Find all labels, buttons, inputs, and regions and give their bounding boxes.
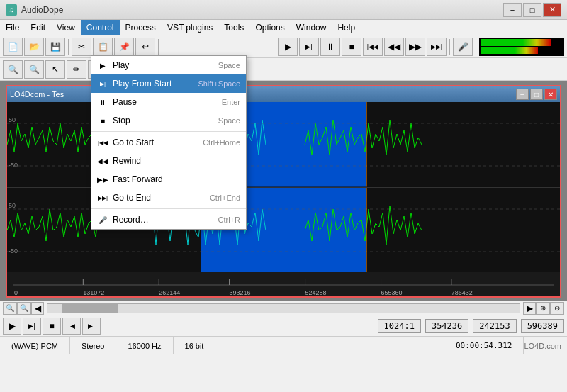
tb-stop[interactable]: ■ [342,38,361,56]
transport-play[interactable]: ▶ [3,318,21,335]
level-meter [479,38,564,56]
menu-process[interactable]: Process [120,20,162,35]
transport-play-start[interactable]: ▶| [23,318,41,335]
menu-edit[interactable]: Edit [25,20,51,35]
status-bar: (WAVE) PCM Stereo 16000 Hz 16 bit 00:00:… [0,336,567,354]
menu-control[interactable]: Control [81,20,120,35]
zoom-in-btn[interactable]: 🔍 [3,302,17,315]
tb-record[interactable]: 🎤 [453,38,473,56]
menu-view[interactable]: View [51,20,81,35]
window-controls: − □ ✕ [503,3,561,17]
menu-sep1 [91,131,246,132]
zoom-full-in[interactable]: ⊕ [536,302,550,315]
record-icon: 🎤 [97,214,108,225]
wave-track-bottom[interactable]: 50 -50 [7,187,560,273]
wave-svg-bottom: 50 -50 [7,188,560,273]
svg-text:524288: 524288 [305,289,327,296]
wave-close[interactable]: ✕ [544,89,557,100]
menu-item-go-end[interactable]: ▶▶| Go to End Ctrl+End [91,189,246,207]
svg-text:262144: 262144 [159,289,180,296]
scroll-thumb[interactable] [62,304,118,313]
tb-copy[interactable]: 📋 [93,38,113,56]
wave-window: LO4Dcom - Tes − □ ✕ [6,85,561,298]
transport-prev[interactable]: |◀ [62,318,81,335]
tb-pause[interactable]: ⏸ [320,38,340,56]
play-label: Play [113,60,214,70]
zoom-full-out[interactable]: ⊖ [550,302,564,315]
zoom-out-btn[interactable]: 🔍 [17,302,31,315]
wave-track-top[interactable]: 50 -50 [7,102,560,187]
toolbar1: 📄 📂 💾 ✂ 📋 📌 ↩ ▶ ▶| ⏸ ■ |◀◀ ◀◀ ▶▶ ▶▶| 🎤 [0,35,567,58]
tb-pencil[interactable]: ✏ [67,60,86,79]
go-end-label: Go to End [113,193,206,203]
tb-play-start[interactable]: ▶| [299,38,319,56]
tb-select[interactable]: ↖ [45,60,65,79]
status-bit-depth: 16 bit [174,337,216,354]
record-label: Record… [113,215,214,225]
tb-play[interactable]: ▶ [278,38,298,56]
waveform-area: LO4Dcom - Tes − □ ✕ [0,81,567,301]
tb-cut[interactable]: ✂ [72,38,91,56]
transport-next[interactable]: ▶| [82,318,101,335]
menu-item-play[interactable]: ▶ Play Space [91,56,246,74]
tb-new[interactable]: 📄 [3,38,23,56]
wave-window-controls: − □ ✕ [516,89,557,100]
transport-stop[interactable]: ■ [43,318,61,335]
menu-bar: File Edit View Control Process VST plugi… [0,20,567,35]
menu-tools[interactable]: Tools [218,20,249,35]
tb-sep3 [449,39,450,55]
record-shortcut: Ctrl+R [218,215,240,224]
tb-sep4 [476,39,476,55]
fast-forward-icon: ▶▶ [97,174,108,185]
tb-go-start[interactable]: |◀◀ [363,38,383,56]
menu-help[interactable]: Help [332,20,361,35]
menu-item-go-start[interactable]: |◀◀ Go to Start Ctrl+Home [91,133,246,152]
menu-item-record[interactable]: 🎤 Record… Ctrl+R [91,211,246,229]
tb-fforward[interactable]: ▶▶ [405,38,425,56]
tb-zoom-out[interactable]: 🔍 [24,60,44,79]
scroll-left-btn[interactable]: ◀ [31,302,44,315]
go-start-shortcut: Ctrl+Home [203,138,240,147]
play-from-start-icon: ▶| [97,78,108,89]
tb-go-end[interactable]: ▶▶| [427,38,447,56]
level-bar-left [481,39,551,46]
wave-maximize[interactable]: □ [530,89,543,100]
maximize-button[interactable]: □ [523,3,541,17]
go-start-label: Go to Start [113,138,198,147]
go-start-icon: |◀◀ [97,137,108,148]
status-format: (WAVE) PCM [0,337,70,354]
wave-svg-top: 50 -50 [7,102,560,187]
menu-options[interactable]: Options [249,20,290,35]
svg-rect-2 [366,102,560,187]
close-button[interactable]: ✕ [543,3,561,17]
wave-title-bar: LO4Dcom - Tes − □ ✕ [7,86,560,102]
tb-undo[interactable]: ↩ [135,38,155,56]
position1: 354236 [425,319,468,333]
menu-file[interactable]: File [0,20,25,35]
level-bar-right [481,47,538,54]
scroll-right-btn[interactable]: ▶ [523,302,536,315]
minimize-button[interactable]: − [503,3,522,17]
play-from-start-label: Play From Start [113,79,193,89]
menu-item-play-from-start[interactable]: ▶| Play From Start Shift+Space [91,74,246,93]
go-end-shortcut: Ctrl+End [210,194,240,202]
svg-text:131072: 131072 [83,289,104,296]
status-logo: LO4D.com [524,342,561,350]
menu-item-pause[interactable]: ⏸ Pause Enter [91,93,246,111]
tb-save[interactable]: 💾 [45,38,65,56]
tb-paste[interactable]: 📌 [114,38,134,56]
app-icon: ♫ [6,4,17,16]
menu-item-fast-forward[interactable]: ▶▶ Fast Forward [91,170,246,189]
menu-item-rewind[interactable]: ◀◀ Rewind [91,152,246,170]
svg-text:393216: 393216 [230,289,251,296]
menu-item-stop[interactable]: ■ Stop Space [91,111,246,130]
menu-vst[interactable]: VST plugins [162,20,218,35]
tb-open[interactable]: 📂 [24,38,44,56]
wave-minimize[interactable]: − [516,89,529,100]
position3: 596389 [521,319,564,333]
tb-zoom-in[interactable]: 🔍 [3,60,23,79]
tb-rewind[interactable]: ◀◀ [384,38,404,56]
scroll-track[interactable] [47,303,520,313]
tb-sep1 [68,39,69,55]
menu-window[interactable]: Window [291,20,332,35]
